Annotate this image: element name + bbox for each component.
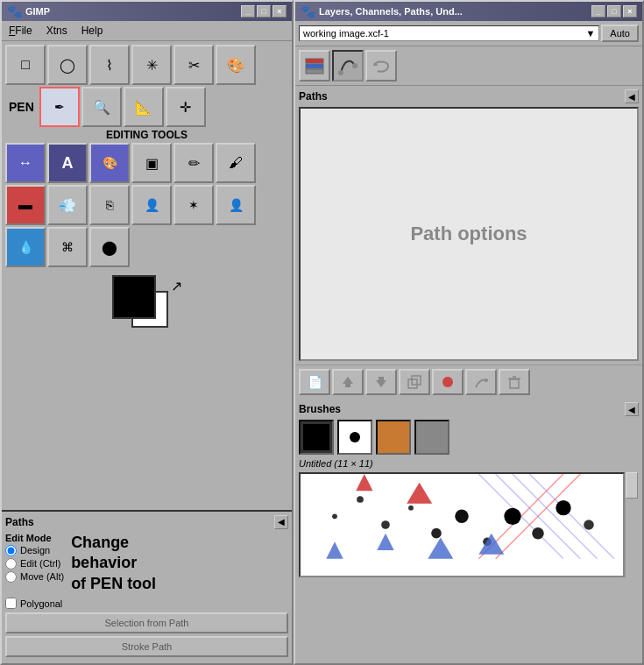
pen-tool[interactable]: ✒ — [39, 87, 80, 127]
radio-design-label: Design — [20, 545, 50, 555]
brush-gray-preview[interactable] — [414, 420, 449, 455]
auto-button[interactable]: Auto — [601, 25, 639, 42]
gimp-titlebar: 🐾 GIMP _ □ × — [2, 2, 292, 21]
path-duplicate-button[interactable] — [399, 369, 430, 395]
image-dropdown[interactable]: working image.xcf-1 ▼ — [299, 25, 599, 41]
radio-edit[interactable]: Edit (Ctrl) — [5, 558, 64, 569]
layers-minimize-button[interactable]: _ — [591, 5, 605, 18]
edit-mode-label: Edit Mode — [5, 533, 64, 543]
svg-marker-38 — [356, 474, 372, 491]
edit-mode-radio-group: Design Edit (Ctrl) Move (Alt) — [5, 545, 64, 583]
stroke-path-button[interactable]: Stroke Path — [5, 636, 288, 657]
tab-paths[interactable] — [332, 50, 364, 81]
color-swatches: ↗ — [112, 275, 182, 328]
radio-edit-label: Edit (Ctrl) — [20, 558, 60, 569]
brush-dot-preview[interactable] — [337, 420, 372, 455]
change-behavior-text: Change behavior of PEN tool — [71, 533, 156, 594]
paths-section-title: Paths — [299, 90, 328, 103]
paths-section: Paths ◀ Path options — [295, 86, 642, 364]
tab-icons-bar — [295, 46, 642, 86]
path-up-button[interactable] — [332, 369, 364, 395]
paths-subpanel-header: Paths ◀ — [5, 515, 288, 529]
foreground-color[interactable] — [112, 275, 156, 319]
close-button[interactable]: × — [272, 5, 287, 18]
svg-marker-5 — [343, 377, 353, 384]
radio-move[interactable]: Move (Alt) — [5, 571, 64, 583]
person-tool[interactable]: 👤 — [131, 185, 172, 225]
paths-collapse-button[interactable]: ◀ — [274, 515, 288, 529]
polygonal-checkbox[interactable] — [5, 598, 17, 609]
path-delete-button[interactable] — [499, 369, 530, 395]
menu-file[interactable]: FFile — [5, 23, 36, 39]
svg-marker-35 — [377, 534, 393, 550]
airbrush-tool[interactable]: 💨 — [47, 185, 88, 225]
fuzzy-select-tool[interactable]: ✳ — [131, 45, 172, 85]
scissors-tool[interactable]: ✂ — [173, 45, 214, 85]
tab-undo[interactable] — [365, 50, 397, 81]
dodge-tool[interactable]: 💧 — [5, 227, 46, 267]
edit-mode-row: Edit Mode Design Edit (Ctrl) Move (Alt) — [5, 533, 288, 594]
brush-name: Untitled (11 × 11) — [299, 458, 639, 469]
brushes-canvas[interactable] — [299, 472, 625, 577]
paths-section-collapse[interactable]: ◀ — [625, 89, 639, 103]
maximize-button[interactable]: □ — [257, 5, 271, 18]
selection-from-path-button[interactable]: Selection from Path — [5, 612, 288, 633]
svg-point-27 — [431, 528, 442, 539]
move-tool[interactable]: ✛ — [166, 87, 206, 127]
eraser-tool[interactable]: ▬ — [5, 185, 46, 225]
brushes-scrollbar[interactable] — [625, 472, 639, 577]
smudge-tool[interactable]: ✶ — [173, 185, 214, 225]
ellipse-select-tool[interactable]: ◯ — [47, 45, 88, 85]
gimp-toolbox: 🐾 GIMP _ □ × FFile Xtns Help □ ◯ ⌇ — [0, 0, 294, 665]
radio-design[interactable]: Design — [5, 545, 64, 556]
paths-section-header: Paths ◀ — [299, 89, 639, 103]
brushes-title: Brushes — [299, 403, 341, 415]
brushes-collapse-button[interactable]: ◀ — [625, 402, 639, 416]
paths-subpanel-title: Paths — [5, 516, 34, 528]
clone-tool[interactable]: ⎘ — [89, 185, 130, 225]
magnify-tool[interactable]: 🔍 — [81, 87, 122, 127]
svg-rect-9 — [408, 379, 417, 388]
layers-maximize-button[interactable]: □ — [607, 5, 621, 18]
new-path-button[interactable]: 📄 — [299, 369, 330, 395]
tab-layers[interactable] — [299, 50, 330, 81]
path-to-selection-button[interactable] — [432, 369, 464, 395]
person-heal-tool[interactable]: 👤 — [216, 185, 256, 225]
color-select-tool[interactable]: 🎨 — [216, 45, 256, 85]
brush-orange-preview[interactable] — [376, 420, 411, 455]
measure-tool[interactable]: 📐 — [124, 87, 164, 127]
flip-tool[interactable]: ↔ — [5, 143, 46, 183]
svg-rect-1 — [306, 64, 323, 68]
brush-fg-preview[interactable] — [299, 420, 334, 455]
minimize-button[interactable]: _ — [241, 5, 255, 18]
paintbrush-tool[interactable]: 🖌 — [216, 143, 256, 183]
rect-select-tool[interactable]: □ — [5, 45, 46, 85]
paint-tool-blue[interactable]: 🎨 — [89, 143, 130, 183]
svg-rect-8 — [379, 377, 384, 380]
bucket-fill-tool[interactable]: ▣ — [131, 143, 172, 183]
svg-marker-36 — [428, 538, 453, 559]
svg-point-33 — [584, 520, 594, 530]
gimp-window-controls: _ □ × — [241, 5, 287, 18]
path-stroke-button[interactable] — [465, 369, 497, 395]
path-tool[interactable]: ⌘ — [47, 227, 88, 267]
radio-design-input[interactable] — [5, 545, 17, 556]
scrollbar-thumb[interactable] — [626, 472, 638, 499]
menu-help[interactable]: Help — [78, 23, 107, 39]
path-options-text: Path options — [410, 223, 527, 245]
text-tool[interactable]: A — [47, 143, 88, 183]
menu-xtns[interactable]: Xtns — [43, 23, 71, 39]
swap-colors-icon[interactable]: ↗ — [171, 278, 182, 294]
pencil-tool[interactable]: ✏ — [173, 143, 214, 183]
radio-move-input[interactable] — [5, 571, 17, 583]
svg-point-12 — [485, 378, 488, 382]
svg-rect-6 — [345, 384, 350, 387]
burn-tool[interactable]: ⬤ — [89, 227, 130, 267]
svg-marker-39 — [407, 483, 432, 504]
path-down-button[interactable] — [365, 369, 397, 395]
lasso-tool[interactable]: ⌇ — [89, 45, 130, 85]
svg-point-3 — [338, 70, 343, 75]
paths-canvas: Path options — [299, 107, 639, 361]
radio-edit-input[interactable] — [5, 558, 17, 569]
layers-close-button[interactable]: × — [623, 5, 637, 18]
